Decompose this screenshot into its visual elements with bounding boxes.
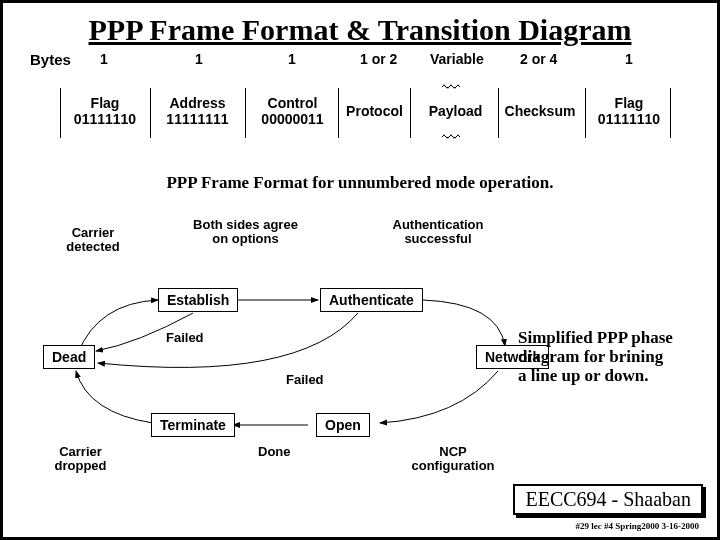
field-bytes-0: 1 xyxy=(100,51,108,67)
footer-course: EECC694 - Shaaban xyxy=(513,484,703,515)
field-bytes-6: 1 xyxy=(625,51,633,67)
field-bytes-1: 1 xyxy=(195,51,203,67)
field-4: Payload xyxy=(418,103,493,119)
label-auth-success: Authentication successful xyxy=(388,218,488,246)
label-both-sides: Both sides agree on options xyxy=(193,218,298,246)
label-failed2: Failed xyxy=(286,373,324,387)
frame-caption: PPP Frame Format for unnumbered mode ope… xyxy=(3,173,717,193)
slide-title: PPP Frame Format & Transition Diagram xyxy=(3,13,717,47)
field-1: Address 11111111 xyxy=(155,95,240,127)
bytes-label: Bytes xyxy=(30,51,71,68)
field-bytes-3: 1 or 2 xyxy=(360,51,397,67)
label-done: Done xyxy=(258,445,291,459)
ppp-frame-format: Bytes 1 1 1 1 or 2 Variable 2 or 4 1 Fla… xyxy=(30,51,690,171)
field-2: Control 00000011 xyxy=(250,95,335,127)
label-carrier-detected: Carrier detected xyxy=(58,226,128,254)
field-0: Flag 01111110 xyxy=(65,95,145,127)
field-bytes-2: 1 xyxy=(288,51,296,67)
break-mark-icon: 〰 xyxy=(442,78,460,99)
state-authenticate: Authenticate xyxy=(320,288,423,312)
label-carrier-dropped: Carrier dropped xyxy=(48,445,113,473)
field-6: Flag 01111110 xyxy=(590,95,668,127)
state-terminate: Terminate xyxy=(151,413,235,437)
field-5: Checksum xyxy=(500,103,580,119)
state-open: Open xyxy=(316,413,370,437)
footer-metadata: #29 lec #4 Spring2000 3-16-2000 xyxy=(576,521,700,531)
label-failed1: Failed xyxy=(166,331,204,345)
field-bytes-5: 2 or 4 xyxy=(520,51,557,67)
ppp-state-diagram: Dead Establish Authenticate Network Open… xyxy=(38,223,688,483)
field-3: Protocol xyxy=(342,103,407,119)
break-mark-icon: 〰 xyxy=(442,128,460,149)
state-caption: Simplified PPP phase diagram for brining… xyxy=(518,328,673,385)
label-ncp: NCP configuration xyxy=(408,445,498,473)
state-establish: Establish xyxy=(158,288,238,312)
state-dead: Dead xyxy=(43,345,95,369)
field-bytes-4: Variable xyxy=(430,51,484,67)
slide-frame: PPP Frame Format & Transition Diagram By… xyxy=(0,0,720,540)
